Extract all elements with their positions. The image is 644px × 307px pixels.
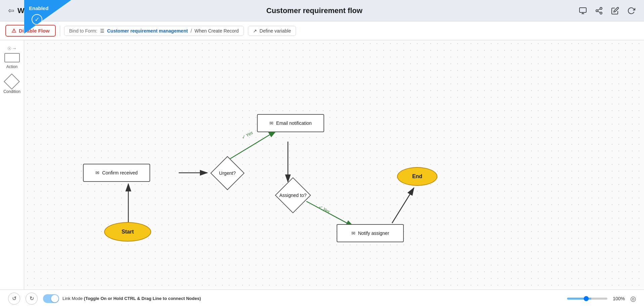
svg-point-3	[600, 7, 602, 9]
urgent-label: Urgent?	[219, 170, 236, 176]
svg-line-17	[392, 188, 414, 223]
redo-button[interactable]: ↻	[26, 293, 38, 305]
svg-point-5	[600, 12, 602, 14]
bind-form-trigger: When Create Record	[195, 28, 239, 34]
edit-icon[interactable]	[610, 6, 620, 15]
link-mode-toggle-wrap: Link Mode (Toggle On or Hold CTRL & Drag…	[43, 294, 201, 303]
svg-point-4	[596, 10, 598, 12]
link-mode-label: Link Mode (Toggle On or Hold CTRL & Drag…	[62, 296, 201, 301]
back-icon[interactable]: ⇦	[8, 6, 14, 15]
bind-form-selector[interactable]: Bind to Form: ☰ Customer requirement man…	[64, 26, 244, 36]
bind-form-separator: /	[190, 28, 192, 34]
define-variable-button[interactable]: ↗ Define variable	[248, 26, 296, 36]
action-shape	[4, 53, 20, 62]
header-actions	[578, 6, 636, 15]
zoom-slider-wrap	[567, 298, 607, 300]
undo-button[interactable]: ↺	[8, 293, 20, 305]
svg-line-6	[598, 11, 600, 12]
form-icon: ☰	[100, 28, 104, 34]
svg-text:✓ Yes: ✓ Yes	[318, 204, 331, 214]
condition-label: Condition	[3, 89, 20, 94]
start-node[interactable]: Start	[104, 222, 151, 242]
confirm-received-node[interactable]: ✉ Confirm received	[83, 164, 150, 182]
variable-icon: ↗	[253, 28, 257, 34]
drag-condition-item[interactable]: Condition	[3, 76, 20, 94]
bottom-bar: ↺ ↻ Link Mode (Toggle On or Hold CTRL & …	[0, 290, 644, 307]
sidebar: ☉ → Action Condition	[0, 40, 24, 290]
page-title: Customer requirement flow	[266, 6, 362, 15]
share-icon[interactable]	[594, 6, 604, 15]
bottom-left-controls: ↺ ↻ Link Mode (Toggle On or Hold CTRL & …	[8, 293, 201, 305]
email-notification-node[interactable]: ✉ Email notification	[257, 114, 324, 132]
svg-line-7	[598, 9, 600, 10]
link-mode-toggle[interactable]	[43, 294, 59, 303]
zoom-slider[interactable]	[567, 298, 607, 300]
notify-assigner-node[interactable]: ✉ Notify assigner	[337, 224, 404, 242]
header: ⇦ Workflow Customer requirement flow	[0, 0, 644, 21]
drag-action-item[interactable]: ☉ → Action	[4, 46, 20, 69]
assigned-label: Assigned to?	[280, 193, 307, 198]
warning-icon: ⚠	[11, 28, 16, 34]
assigned-to-node[interactable]: Assigned to?	[269, 182, 316, 209]
target-icon[interactable]: ◎	[630, 295, 636, 303]
refresh-icon[interactable]	[627, 6, 636, 15]
monitor-icon[interactable]	[578, 6, 588, 15]
urgent-node[interactable]: Urgent?	[206, 160, 249, 186]
mail-icon: ✉	[95, 170, 99, 175]
condition-shape	[4, 73, 20, 90]
end-node[interactable]: End	[397, 167, 437, 186]
main-area: ☉ → Action Condition Enabled ✓	[0, 40, 644, 290]
toolbar-divider	[60, 25, 60, 36]
bottom-right-controls: 100% ◎	[567, 295, 636, 303]
zoom-percent: 100%	[613, 296, 625, 301]
bind-form-label: Bind to Form:	[69, 28, 97, 34]
svg-rect-0	[579, 8, 586, 12]
bind-form-name: Customer requirement management	[107, 28, 188, 34]
mail-icon2: ✉	[269, 120, 273, 126]
toggle-knob	[51, 295, 58, 302]
svg-text:✓ Yes: ✓ Yes	[241, 130, 254, 140]
action-label: Action	[6, 64, 17, 69]
mail-icon3: ✉	[351, 231, 355, 236]
toolbar: ⚠ Disable Flow Bind to Form: ☰ Customer …	[0, 21, 644, 40]
svg-line-12	[229, 131, 276, 159]
flow-canvas[interactable]: ✓ Yes ✓ Yes Start ✉ Confirm received	[24, 40, 644, 290]
